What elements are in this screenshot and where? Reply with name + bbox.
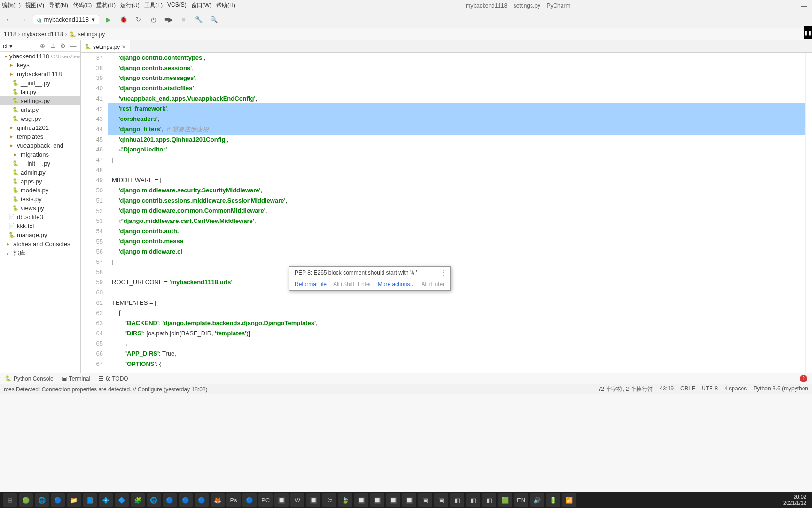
taskbar-app[interactable]: 🦊 xyxy=(211,493,225,507)
menu-item[interactable]: 导航(N) xyxy=(49,1,68,9)
taskbar-app[interactable]: 🔵 xyxy=(179,493,193,507)
hide-icon[interactable]: — xyxy=(69,42,78,49)
taskbar-app[interactable]: 🔷 xyxy=(115,493,129,507)
run-button[interactable]: ▶ xyxy=(103,14,114,25)
taskbar-app[interactable]: 💠 xyxy=(99,493,113,507)
taskbar-app[interactable]: 🗂 xyxy=(322,493,336,507)
tree-item[interactable]: 🐍wsgi.py xyxy=(0,114,80,123)
tree-item[interactable]: 🐍admin.py xyxy=(0,168,80,177)
taskbar-app[interactable]: 📶 xyxy=(562,493,576,507)
code-line[interactable]: 'django_filters', # 需要注册应用 xyxy=(108,124,805,135)
reformat-file-action[interactable]: Reformat file xyxy=(295,281,327,287)
taskbar-app[interactable]: 🔲 xyxy=(386,493,400,507)
taskbar-app[interactable]: ⊞ xyxy=(3,493,17,507)
taskbar-app[interactable]: ◧ xyxy=(466,493,480,507)
tree-item[interactable]: 🐍__init__.py xyxy=(0,79,80,87)
run-config-selector[interactable]: dj mybackend1118 ▾ xyxy=(33,15,99,24)
code-line[interactable]: ] xyxy=(108,257,805,267)
code-line[interactable] xyxy=(108,287,805,298)
taskbar-app[interactable]: ▣ xyxy=(434,493,448,507)
terminal-tab[interactable]: ▣ Terminal xyxy=(62,375,90,382)
code-line[interactable]: 'django.contrib.sessions', xyxy=(108,63,805,73)
tree-item[interactable]: 📄db.sqlite3 xyxy=(0,213,80,222)
menu-item[interactable]: 运行(U) xyxy=(120,1,140,9)
pause-indicator[interactable]: ❚❚ xyxy=(804,26,812,39)
taskbar-clock[interactable]: 20:022021/1/12 xyxy=(783,494,809,506)
tree-item[interactable]: 📄kkk.txt xyxy=(0,222,80,230)
code-line[interactable] xyxy=(108,267,805,277)
breadcrumb-item[interactable]: mybackend1118 xyxy=(22,31,63,38)
status-indicator[interactable]: UTF-8 xyxy=(702,385,718,393)
python-console-tab[interactable]: 🐍 Python Console xyxy=(5,375,54,382)
tree-item[interactable]: ▸mybackend1118 xyxy=(0,70,80,79)
code-line[interactable]: #'django.middleware.csrf.CsrfViewMiddlew… xyxy=(108,216,805,226)
back-button[interactable]: ← xyxy=(3,14,14,25)
taskbar-app[interactable]: 🔊 xyxy=(530,493,544,507)
menu-item[interactable]: 窗口(W) xyxy=(191,1,211,9)
code-line[interactable]: #'DjangoUeditor', xyxy=(108,144,805,155)
taskbar-app[interactable]: 🔲 xyxy=(370,493,384,507)
tree-item[interactable]: 🐍manage.py xyxy=(0,230,80,239)
code-line[interactable]: 'django.contrib.auth. xyxy=(108,226,805,237)
tree-item[interactable]: 🐍__init__.py xyxy=(0,159,80,168)
code-line[interactable]: 'APP_DIRS': True, xyxy=(108,349,805,359)
tree-item[interactable]: ▸vueappback_end xyxy=(0,141,80,150)
code-line[interactable]: 'BACKEND': 'django.template.backends.dja… xyxy=(108,318,805,328)
code-line[interactable]: 'django.middleware.common.CommonMiddlewa… xyxy=(108,206,805,216)
menu-item[interactable]: 代码(C) xyxy=(73,1,92,9)
code-line[interactable]: 'DIRS': [os.path.join(BASE_DIR, 'templat… xyxy=(108,328,805,339)
stop-button[interactable]: ■ xyxy=(178,14,189,25)
taskbar-app[interactable]: 🧩 xyxy=(131,493,145,507)
collapse-icon[interactable]: ⇊ xyxy=(48,42,57,49)
breadcrumb-item[interactable]: 1118 xyxy=(4,31,16,38)
tree-item[interactable]: ▸templates xyxy=(0,132,80,141)
taskbar-app[interactable]: 🔵 xyxy=(195,493,209,507)
code-line[interactable]: ] xyxy=(108,155,805,165)
taskbar-app[interactable]: ◧ xyxy=(482,493,496,507)
menu-item[interactable]: 重构(R) xyxy=(96,1,116,9)
gear-icon[interactable]: ⚙ xyxy=(59,42,67,49)
taskbar-app[interactable]: 🔲 xyxy=(274,493,289,507)
code-line[interactable]: 'django.contrib.messages', xyxy=(108,73,805,83)
code-line[interactable]: 'corsheaders', xyxy=(108,114,805,124)
code-line[interactable]: 'qinhua1201.apps.Qinhua1201Config', xyxy=(108,135,805,145)
taskbar-app[interactable]: ▣ xyxy=(418,493,432,507)
menu-item[interactable]: 工具(T) xyxy=(144,1,163,9)
menu-item[interactable]: VCS(S) xyxy=(167,1,187,9)
breadcrumb-item[interactable]: settings.py xyxy=(78,31,105,38)
taskbar-app[interactable]: W xyxy=(290,493,304,507)
taskbar-app[interactable]: 🌐 xyxy=(147,493,161,507)
code-line[interactable]: TEMPLATES = [ xyxy=(108,298,805,308)
code-line[interactable]: 'django.contrib.messa xyxy=(108,236,805,246)
code-line[interactable]: 'OPTIONS': { xyxy=(108,359,805,369)
menu-item[interactable]: 编辑(E) xyxy=(2,1,21,9)
debug-button[interactable]: 🐞 xyxy=(118,14,129,25)
build-button[interactable]: 🔧 xyxy=(193,14,204,25)
tree-item[interactable]: 🐍laji.py xyxy=(0,87,80,96)
taskbar-app[interactable]: 🟢 xyxy=(19,493,33,507)
code-line[interactable]: 'django.contrib.staticfiles', xyxy=(108,83,805,94)
tree-item[interactable]: 🐍apps.py xyxy=(0,177,80,186)
taskbar-app[interactable]: 📘 xyxy=(83,493,97,507)
taskbar-app[interactable]: 🔋 xyxy=(546,493,560,507)
more-actions-link[interactable]: More actions... xyxy=(378,281,415,287)
code-line[interactable]: 'django.middleware.cl xyxy=(108,246,805,257)
taskbar-app[interactable]: ◧ xyxy=(450,493,464,507)
tree-item[interactable]: 🐍urls.py xyxy=(0,105,80,114)
tree-item[interactable]: 🐍models.py xyxy=(0,186,80,195)
taskbar-app[interactable]: 🔲 xyxy=(306,493,320,507)
todo-tab[interactable]: ☰ 6: TODO xyxy=(99,375,128,382)
tree-item[interactable]: 🐍settings.py xyxy=(0,96,80,105)
editor-tab[interactable]: 🐍 settings.py ✕ xyxy=(81,40,130,52)
target-icon[interactable]: ⊕ xyxy=(38,42,47,49)
close-icon[interactable]: ✕ xyxy=(122,44,126,50)
status-indicator[interactable]: Python 3.6 (mypython xyxy=(753,385,808,393)
tree-item[interactable]: ▸qinhua1201 xyxy=(0,123,80,132)
taskbar-app[interactable]: EN xyxy=(514,493,528,507)
taskbar-app[interactable]: 📁 xyxy=(67,493,81,507)
taskbar-app[interactable]: 🌐 xyxy=(35,493,49,507)
code-line[interactable]: 'django.middleware.security.SecurityMidd… xyxy=(108,185,805,196)
menu-item[interactable]: 帮助(H) xyxy=(216,1,235,9)
status-indicator[interactable]: 43:19 xyxy=(660,385,674,393)
tree-item[interactable]: 🐍tests.py xyxy=(0,195,80,204)
